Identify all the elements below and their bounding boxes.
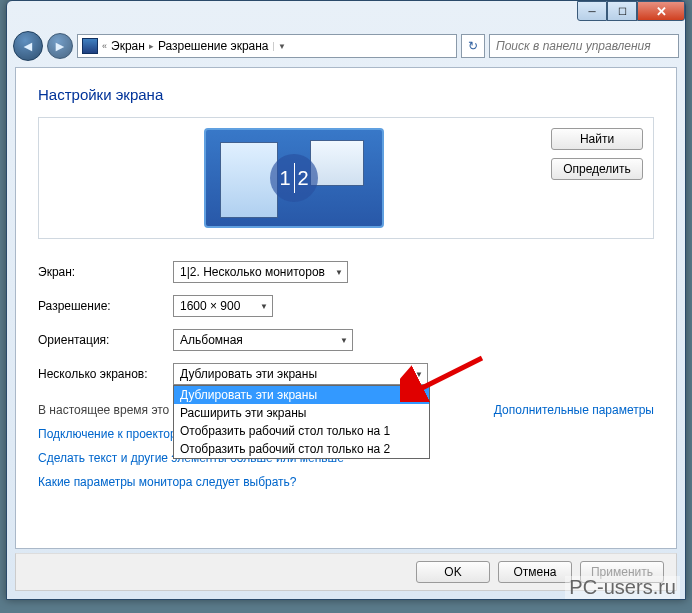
advanced-link[interactable]: Дополнительные параметры	[494, 403, 654, 417]
multiple-label: Несколько экранов:	[38, 367, 173, 381]
address-bar[interactable]: « Экран ▸ Разрешение экрана ▼	[77, 34, 457, 58]
chevron-icon: ▸	[149, 41, 154, 51]
dropdown-option[interactable]: Отобразить рабочий стол только на 1	[174, 422, 429, 440]
ok-button[interactable]: OK	[416, 561, 490, 583]
monitor-preview[interactable]: 12	[204, 128, 384, 228]
control-panel-icon	[82, 38, 98, 54]
content-area: Настройки экрана 12 Найти Определить Экр…	[15, 67, 677, 549]
screen-label: Экран:	[38, 265, 173, 279]
orientation-select[interactable]: Альбомная▼	[173, 329, 353, 351]
resolution-label: Разрешение:	[38, 299, 173, 313]
titlebar: ─ ☐ ✕	[7, 1, 685, 29]
forward-button[interactable]: ►	[47, 33, 73, 59]
chevron-down-icon: ▼	[334, 336, 348, 345]
which-params-link[interactable]: Какие параметры монитора следует выбрать…	[38, 475, 297, 489]
note-text: В настоящее время это	[38, 403, 169, 417]
find-button[interactable]: Найти	[551, 128, 643, 150]
breadcrumb-part[interactable]: Разрешение экрана	[158, 39, 269, 53]
page-title: Настройки экрана	[38, 86, 654, 103]
minimize-button[interactable]: ─	[577, 1, 607, 21]
breadcrumb-part[interactable]: Экран	[111, 39, 145, 53]
monitor-2-icon	[310, 140, 364, 186]
close-button[interactable]: ✕	[637, 1, 685, 21]
monitor-preview-panel: 12 Найти Определить	[38, 117, 654, 239]
address-dropdown-icon[interactable]: ▼	[273, 42, 287, 51]
refresh-button[interactable]: ↻	[461, 34, 485, 58]
chevron-down-icon: ▼	[409, 370, 423, 379]
multiple-screens-dropdown: Дублировать эти экраны Расширить эти экр…	[173, 385, 430, 459]
chevron-down-icon: ▼	[329, 268, 343, 277]
monitor-number-badge: 12	[270, 154, 318, 202]
chevron-down-icon: ▼	[254, 302, 268, 311]
maximize-button[interactable]: ☐	[607, 1, 637, 21]
resolution-select[interactable]: 1600 × 900▼	[173, 295, 273, 317]
projector-link[interactable]: Подключение к проектору	[38, 427, 183, 441]
dropdown-option[interactable]: Расширить эти экраны	[174, 404, 429, 422]
cancel-button[interactable]: Отмена	[498, 561, 572, 583]
chevron-icon: «	[102, 41, 107, 51]
search-input[interactable]	[489, 34, 679, 58]
nav-bar: ◄ ► « Экран ▸ Разрешение экрана ▼ ↻	[7, 29, 685, 63]
identify-button[interactable]: Определить	[551, 158, 643, 180]
dropdown-option[interactable]: Отобразить рабочий стол только на 2	[174, 440, 429, 458]
control-panel-window: ─ ☐ ✕ ◄ ► « Экран ▸ Разрешение экрана ▼ …	[6, 0, 686, 600]
multiple-screens-select[interactable]: Дублировать эти экраны▼ Дублировать эти …	[173, 363, 428, 385]
back-button[interactable]: ◄	[13, 31, 43, 61]
orientation-label: Ориентация:	[38, 333, 173, 347]
watermark: PC-users.ru	[565, 576, 680, 599]
dropdown-option[interactable]: Дублировать эти экраны	[174, 386, 429, 404]
screen-select[interactable]: 1|2. Несколько мониторов▼	[173, 261, 348, 283]
